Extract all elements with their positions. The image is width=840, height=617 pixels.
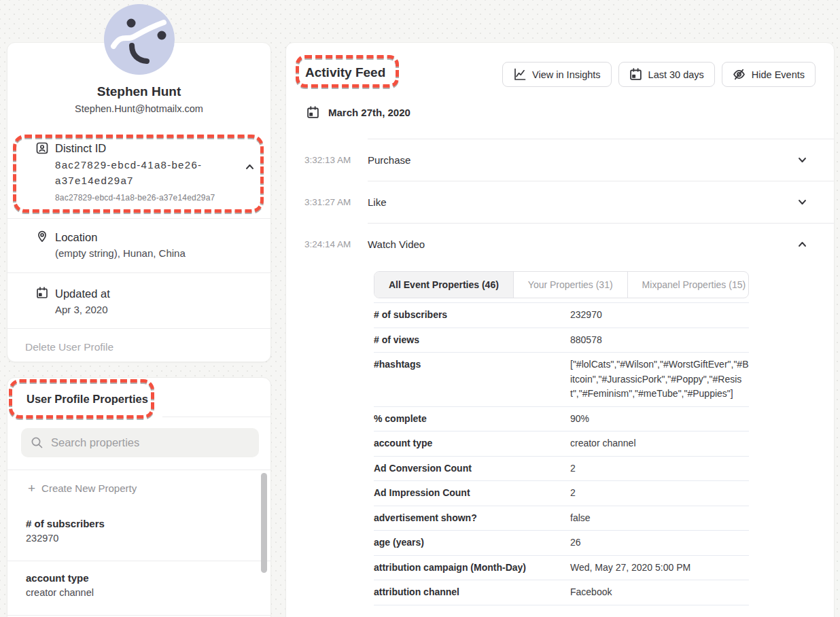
event-property-name: Ad Conversion Count	[374, 461, 570, 476]
property-value: creator channel	[26, 587, 252, 598]
chevron-down-icon[interactable]	[798, 241, 807, 247]
event-row-toggle[interactable]: Purchase	[368, 139, 834, 181]
date-group-header: March 27th, 2020	[307, 106, 410, 119]
scrollbar-thumb[interactable]	[261, 473, 267, 573]
property-list-item[interactable]: # of subscribers 232970	[7, 507, 270, 561]
event-row: 3:24:14 AM Watch Video	[286, 223, 834, 265]
distinct-id-value: 8ac27829-ebcd-41a8-be26-a37e14ed29a7	[55, 157, 226, 188]
divider	[7, 470, 270, 470]
divider	[162, 417, 270, 417]
property-name: # of subscribers	[26, 518, 252, 529]
table-row: #hashtags ["#lolCats","#Wilson","#WorstG…	[374, 353, 749, 407]
event-property-name: attribution channel	[374, 585, 570, 600]
event-list: 3:32:13 AM Purchase 3:31:27 AM Like	[286, 139, 834, 605]
profile-name: Stephen Hunt	[7, 84, 270, 99]
view-in-insights-button[interactable]: View in Insights	[502, 62, 611, 87]
event-row: 3:31:27 AM Like	[286, 181, 834, 223]
button-label: View in Insights	[532, 69, 600, 80]
table-row: attribution campaign (Month-Day) Wed, Ma…	[374, 556, 749, 581]
create-new-property-button[interactable]: +Create New Property	[28, 481, 137, 496]
user-avatar	[104, 4, 175, 75]
event-properties-tab[interactable]: All Event Properties (46)	[374, 272, 513, 298]
event-property-value: Wed, May 27, 2020 5:00 PM	[570, 561, 749, 576]
chevron-up-icon[interactable]	[245, 164, 256, 172]
event-property-value: false	[570, 511, 749, 526]
feed-toolbar: View in Insights Last 30 days Hide Event…	[502, 62, 816, 87]
event-property-value: 2	[570, 486, 749, 501]
table-row: % complete 90%	[374, 407, 749, 432]
table-row: Ad Conversion Count 2	[374, 457, 749, 482]
event-property-value: 90%	[570, 412, 749, 427]
table-row: advertisement shown? false	[374, 506, 749, 531]
date-group-label: March 27th, 2020	[328, 107, 410, 118]
delete-user-profile-button[interactable]: Delete User Profile	[25, 341, 113, 353]
location-pin-icon	[36, 230, 48, 243]
property-value: 232970	[26, 533, 252, 544]
event-properties-tab[interactable]: Mixpanel Properties (15)	[627, 272, 749, 298]
event-property-name: advertisement shown?	[374, 511, 570, 526]
chevron-down-icon[interactable]	[798, 199, 807, 205]
plus-icon: +	[28, 481, 35, 495]
event-property-name: attribution campaign (Month-Day)	[374, 561, 570, 576]
line-chart-icon	[513, 68, 526, 81]
property-list: # of subscribers 232970 account type cre…	[7, 507, 270, 616]
table-row: attribution channel Facebook	[374, 580, 749, 605]
table-row: # of subscribers 232970	[374, 303, 749, 328]
calendar-icon	[629, 68, 642, 81]
event-time: 3:24:14 AM	[304, 223, 351, 265]
updated-at-value: Apr 3, 2020	[55, 304, 108, 315]
calendar-icon	[36, 287, 48, 299]
event-time: 3:32:13 AM	[304, 139, 351, 181]
chevron-down-icon[interactable]	[798, 157, 807, 163]
contact-card-icon	[36, 142, 48, 154]
date-range-button[interactable]: Last 30 days	[618, 62, 715, 87]
distinct-id-label: Distinct ID	[55, 142, 106, 155]
event-property-name: Ad Impression Count	[374, 486, 570, 501]
event-name: Purchase	[368, 154, 798, 166]
table-row: account type creator channel	[374, 431, 749, 457]
updated-at-label: Updated at	[55, 287, 110, 300]
event-property-value: 232970	[570, 308, 749, 323]
activity-feed-title: Activity Feed	[305, 65, 385, 80]
property-name: account type	[26, 572, 252, 584]
table-row: age (years) 26	[374, 531, 749, 556]
location-label: Location	[55, 231, 97, 244]
location-value: (empty string), Hunan, China	[55, 247, 186, 259]
button-label: Hide Events	[752, 69, 805, 80]
user-profile-card: Stephen Hunt Stephen.Hunt@hotmailx.com D…	[7, 42, 271, 362]
event-property-value: 880578	[570, 333, 749, 348]
create-new-property-label: Create New Property	[41, 482, 137, 494]
event-name: Watch Video	[368, 239, 798, 250]
divider	[7, 328, 270, 329]
event-property-name: # of views	[374, 333, 570, 348]
event-row-toggle[interactable]: Like	[368, 181, 834, 223]
property-list-item[interactable]: account type creator channel	[7, 561, 270, 616]
divider	[7, 218, 270, 219]
profile-email: Stephen.Hunt@hotmailx.com	[7, 103, 270, 114]
event-properties-table: # of subscribers 232970 # of views 88057…	[374, 302, 749, 605]
button-label: Last 30 days	[648, 69, 704, 80]
event-property-name: account type	[374, 436, 570, 451]
event-property-name: # of subscribers	[374, 308, 570, 323]
event-row: 3:32:13 AM Purchase	[286, 139, 834, 181]
table-row: # of views 880578	[374, 328, 749, 353]
event-property-value: creator channel	[570, 436, 749, 451]
event-property-name: % complete	[374, 412, 570, 427]
event-properties-tab[interactable]: Your Properties (31)	[513, 272, 627, 298]
event-properties-tabbar: All Event Properties (46) Your Propertie…	[374, 271, 749, 298]
event-details-panel: All Event Properties (46) Your Propertie…	[374, 271, 749, 605]
divider	[7, 272, 270, 273]
event-property-value: 2	[570, 461, 749, 476]
eye-off-icon	[733, 68, 746, 81]
event-row-toggle[interactable]: Watch Video	[368, 223, 834, 265]
event-time: 3:31:27 AM	[304, 181, 351, 223]
search-properties-input[interactable]	[21, 428, 259, 457]
activity-feed-card: Activity Feed View in Insights Last 30 d…	[285, 42, 835, 617]
calendar-icon	[307, 106, 319, 119]
event-property-value: ["#lolCats","#Wilson","#WorstGiftEver","…	[570, 357, 749, 402]
table-row: Ad Impression Count 2	[374, 481, 749, 506]
hide-events-button[interactable]: Hide Events	[722, 62, 816, 87]
event-property-name: age (years)	[374, 535, 570, 550]
event-property-value: Facebook	[570, 585, 749, 600]
distinct-id-subvalue: 8ac27829-ebcd-41a8-be26-a37e14ed29a7	[55, 193, 215, 202]
